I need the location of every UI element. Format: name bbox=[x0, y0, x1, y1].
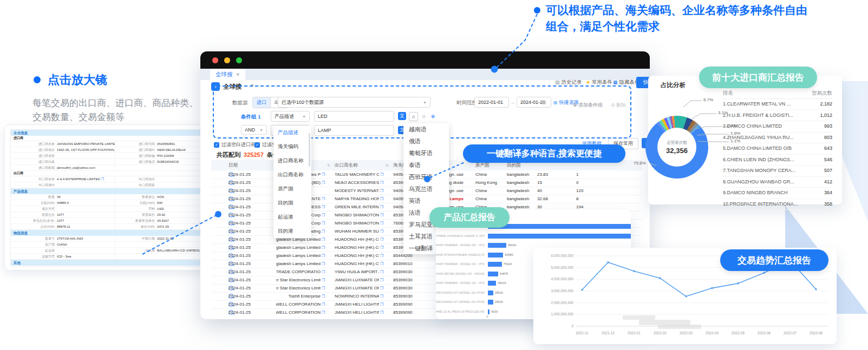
importer-trade-count: 546 bbox=[824, 155, 832, 166]
importer-list-row[interactable]: 8.GUANGZHOU WANBAO GR...412 bbox=[723, 177, 832, 188]
data-point[interactable] bbox=[763, 272, 765, 274]
add-condition-group-link[interactable]: ⊕ 添加条件组 bbox=[573, 102, 603, 109]
copy-icon[interactable]: ❐ bbox=[380, 246, 383, 250]
field-menu-item[interactable]: 起运港 bbox=[273, 210, 311, 224]
copy-icon[interactable]: ❐ bbox=[322, 173, 325, 177]
data-point[interactable] bbox=[633, 270, 635, 272]
importer-list-row[interactable]: 5.DAMCO CHINA LIMITED O/B643 bbox=[723, 143, 832, 155]
field-menu-item[interactable]: 目的港 bbox=[273, 224, 311, 238]
data-point[interactable] bbox=[737, 282, 739, 285]
copy-icon[interactable]: ❐ bbox=[101, 177, 104, 181]
copy-icon[interactable]: ❐ bbox=[380, 197, 383, 201]
copy-icon[interactable]: ❐ bbox=[380, 254, 383, 258]
date-from-input[interactable]: 2022-01-01 bbox=[474, 97, 509, 108]
copy-icon[interactable]: ❐ bbox=[322, 221, 325, 226]
column-header-srt2[interactable]: ⇅ bbox=[386, 160, 392, 170]
field-select-1[interactable]: 产品描述 ▼ bbox=[271, 111, 310, 122]
importer-list-row[interactable]: 1.CLEARWATER METAL VN ...2,182 bbox=[723, 99, 832, 110]
history-button[interactable]: ▤ 历史记录 bbox=[555, 77, 582, 88]
copy-icon[interactable]: ❐ bbox=[322, 205, 325, 209]
copy-icon[interactable]: ❐ bbox=[322, 270, 325, 274]
data-point[interactable] bbox=[659, 277, 661, 279]
copy-icon[interactable]: ❐ bbox=[322, 237, 325, 242]
copy-icon[interactable]: ❐ bbox=[322, 311, 325, 315]
field-menu-item[interactable]: 海关编码 bbox=[273, 140, 311, 154]
close-tab-icon[interactable]: ✕ bbox=[236, 72, 240, 77]
exact-match-icon[interactable]: A bbox=[409, 112, 418, 121]
importer-list-row[interactable]: 7.TANGSHAN MONOPY CERA...507 bbox=[723, 166, 832, 177]
column-header-srt1[interactable]: ⇅ bbox=[327, 160, 334, 170]
sort-icon[interactable]: ⇅ bbox=[327, 163, 330, 168]
chevron-down-icon[interactable]: ▼ bbox=[250, 83, 254, 88]
field-menu-item[interactable]: 产品描述 bbox=[273, 126, 311, 140]
copy-icon[interactable]: ❐ bbox=[380, 311, 383, 315]
copy-icon[interactable]: ❐ bbox=[380, 189, 383, 193]
language-menu-item[interactable]: 俄语 bbox=[403, 135, 449, 147]
copy-icon[interactable]: ❐ bbox=[380, 213, 383, 217]
copy-icon[interactable]: ❐ bbox=[322, 294, 325, 299]
data-point[interactable] bbox=[815, 288, 817, 290]
copy-icon[interactable]: ❐ bbox=[380, 221, 383, 226]
keyword-input-1[interactable]: LED bbox=[314, 111, 394, 122]
copy-icon[interactable]: ❐ bbox=[380, 302, 383, 307]
copy-icon[interactable]: ❐ bbox=[322, 278, 325, 282]
column-header-d[interactable]: 日期 bbox=[229, 160, 275, 170]
keyword-input-2[interactable]: LAMP bbox=[314, 125, 394, 136]
copy-icon[interactable]: ❐ bbox=[380, 294, 383, 299]
copy-icon[interactable]: ❐ bbox=[380, 181, 383, 185]
copy-icon[interactable]: ❐ bbox=[322, 286, 325, 290]
minimize-window-icon[interactable] bbox=[224, 57, 230, 63]
language-menu-item[interactable]: 英语 bbox=[403, 195, 449, 207]
data-point[interactable] bbox=[607, 261, 609, 263]
data-point[interactable] bbox=[711, 287, 713, 289]
copy-icon[interactable]: ❐ bbox=[322, 246, 325, 250]
copy-icon[interactable]: ❐ bbox=[322, 213, 325, 217]
column-header-exp[interactable]: 出口商名称 bbox=[335, 160, 379, 170]
copy-icon[interactable]: ❐ bbox=[380, 270, 383, 274]
copy-icon[interactable]: ❐ bbox=[380, 237, 383, 242]
copy-icon[interactable]: ❐ bbox=[380, 173, 383, 177]
field-menu-item[interactable]: 出口商名称 bbox=[273, 168, 311, 182]
copy-icon[interactable]: ❐ bbox=[322, 262, 325, 266]
sort-icon[interactable]: ⇅ bbox=[386, 163, 389, 168]
translate-icon[interactable]: 文 bbox=[398, 112, 406, 120]
close-window-icon[interactable] bbox=[212, 57, 218, 63]
copy-icon[interactable]: ❐ bbox=[322, 302, 325, 307]
field-menu-item[interactable]: 原产国 bbox=[273, 182, 311, 196]
data-point[interactable] bbox=[581, 289, 583, 291]
copy-icon[interactable]: ❐ bbox=[322, 181, 325, 185]
importer-list-row[interactable]: 6.CHIEN LUEN IND (ZHONGS...546 bbox=[723, 155, 832, 166]
remove-condition-group-link[interactable]: ⊖ 删除 bbox=[611, 102, 626, 109]
copy-icon[interactable]: ❐ bbox=[322, 229, 325, 234]
language-menu-item[interactable]: 越南语 bbox=[403, 123, 449, 135]
importer-list-row[interactable]: 9.DAMCO NINGBO BRANCH364 bbox=[723, 188, 832, 199]
copy-icon[interactable]: ❐ bbox=[322, 197, 325, 201]
copy-icon[interactable]: ❐ bbox=[380, 278, 383, 282]
logic-select[interactable]: AND ▼ bbox=[241, 125, 267, 135]
tab-global-search[interactable]: 全球搜 ✕ bbox=[210, 69, 245, 80]
copy-icon[interactable]: ❐ bbox=[380, 262, 383, 266]
data-point[interactable] bbox=[685, 295, 687, 298]
datasource-select[interactable]: 已选中102个数据源 ▼ bbox=[278, 97, 430, 108]
card-field-row: 数量36数量单位NOS bbox=[11, 194, 211, 200]
language-menu-item[interactable]: 西班牙语 bbox=[403, 171, 449, 183]
copy-icon[interactable]: ❐ bbox=[380, 229, 383, 234]
field-menu-item[interactable]: 进口商名称 bbox=[273, 154, 311, 168]
importer-list-row[interactable]: 10.PROSPACE INTERNATIONA...358 bbox=[723, 199, 832, 210]
copy-icon[interactable]: ❐ bbox=[380, 286, 383, 290]
language-menu-item[interactable]: 葡萄牙语 bbox=[403, 147, 449, 159]
field-menu-item[interactable]: 目的国 bbox=[273, 196, 311, 210]
add-condition-icon[interactable]: ⊕ bbox=[429, 112, 437, 120]
favorite-conditions-button[interactable]: ★ 常用条件 bbox=[586, 77, 612, 88]
language-menu-item[interactable]: 乌克兰语 bbox=[403, 183, 449, 195]
maximize-window-icon[interactable] bbox=[236, 57, 242, 63]
remove-condition-icon[interactable]: ⊖ bbox=[420, 112, 428, 120]
copy-icon[interactable]: ❐ bbox=[380, 205, 383, 209]
filter-blank-importer-checkbox[interactable]: ✓ 过滤空白进口商 bbox=[214, 141, 256, 148]
copy-icon[interactable]: ❐ bbox=[322, 254, 325, 258]
importer-list-row[interactable]: 2.H.U.B. FREIGHT & LOGISTI...1,012 bbox=[723, 110, 832, 122]
language-menu-item[interactable]: 泰语 bbox=[403, 159, 449, 171]
scrollbar[interactable] bbox=[309, 133, 310, 167]
calendar-icon[interactable]: ▣ bbox=[541, 99, 546, 105]
toggle-import[interactable]: 进口 bbox=[253, 97, 271, 108]
